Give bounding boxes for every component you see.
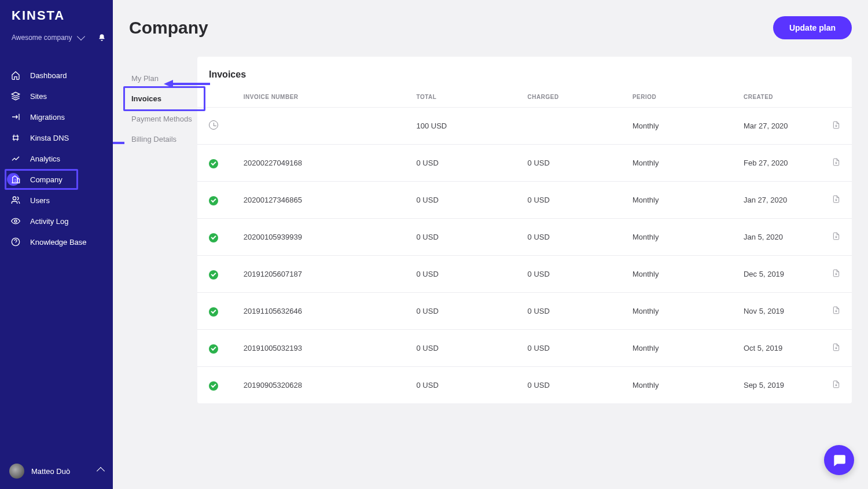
cell-status [197,293,232,330]
cell-invoice-number: 20200127346865 [232,182,405,219]
subnav-invoices[interactable]: Invoices [129,89,197,109]
cell-invoice-number: 20190905320628 [232,367,405,404]
update-plan-button[interactable]: Update plan [773,16,852,39]
cell-invoice-number [232,108,405,145]
sidebar: KINSTA Awesome company Dashboard Sites M… [0,0,113,489]
sidebar-item-dashboard[interactable]: Dashboard [0,65,113,86]
download-icon[interactable] [832,123,840,131]
cell-created: Feb 27, 2020 [732,145,818,182]
svg-point-0 [14,220,17,222]
user-name: Matteo Duò [31,467,70,476]
cell-status [197,145,232,182]
sidebar-item-label: Users [30,196,50,205]
cell-download [818,256,852,293]
cell-charged: 0 USD [516,330,621,367]
cell-status [197,367,232,404]
sidebar-item-knowledge-base[interactable]: Knowledge Base [0,231,113,252]
table-row[interactable]: 202001059399390 USD0 USDMonthlyJan 5, 20… [197,219,852,256]
check-icon [209,381,218,391]
cell-total: 0 USD [405,219,516,256]
table-row[interactable]: 201910050321930 USD0 USDMonthlyOct 5, 20… [197,330,852,367]
cell-download [818,182,852,219]
download-icon[interactable] [832,234,840,242]
table-row[interactable]: 100 USDMonthlyMar 27, 2020 [197,108,852,145]
table-row[interactable]: 201912056071870 USD0 USDMonthlyDec 5, 20… [197,256,852,293]
cell-invoice-number: 20191105632646 [232,293,405,330]
cell-charged: 0 USD [516,182,621,219]
download-icon[interactable] [832,308,840,317]
cell-period: Monthly [621,293,732,330]
check-icon [209,159,218,168]
cell-status [197,108,232,145]
cell-created: Jan 27, 2020 [732,182,818,219]
cell-charged: 0 USD [516,367,621,404]
cell-download [818,108,852,145]
company-selector[interactable]: Awesome company [0,34,113,50]
chart-icon [10,153,21,164]
cell-created: Jan 5, 2020 [732,219,818,256]
clock-icon [209,120,218,130]
sidebar-item-label: Activity Log [30,217,68,226]
sidebar-item-activity-log[interactable]: Activity Log [0,211,113,231]
col-invoice-number: INVOICE NUMBER [232,87,405,108]
download-icon[interactable] [832,271,840,280]
sidebar-item-label: Sites [30,92,47,101]
bell-icon[interactable] [98,34,106,42]
cell-total: 0 USD [405,293,516,330]
download-icon[interactable] [832,197,840,205]
chevron-down-icon [76,32,84,41]
cell-created: Dec 5, 2019 [732,256,818,293]
cell-download [818,293,852,330]
subnav-billing-details[interactable]: Billing Details [129,129,197,149]
cell-download [818,330,852,367]
cell-invoice-number: 20191205607187 [232,256,405,293]
sidebar-item-dns[interactable]: Kinsta DNS [0,127,113,148]
sidebar-item-label: Migrations [30,113,65,122]
cell-period: Monthly [621,145,732,182]
sidebar-item-analytics[interactable]: Analytics [0,148,113,169]
table-row[interactable]: 201909053206280 USD0 USDMonthlySep 5, 20… [197,367,852,404]
cell-total: 0 USD [405,182,516,219]
sidebar-item-label: Dashboard [30,71,67,80]
chat-launcher[interactable] [824,445,854,475]
sidebar-item-migrations[interactable]: Migrations [0,106,113,127]
cell-period: Monthly [621,182,732,219]
col-download [818,87,852,108]
sidebar-item-company[interactable]: Company [0,169,113,190]
subnav-payment-methods[interactable]: Payment Methods [129,109,197,129]
migrate-icon [10,112,21,122]
cell-download [818,219,852,256]
cell-status [197,219,232,256]
cell-period: Monthly [621,367,732,404]
cell-status [197,256,232,293]
cell-period: Monthly [621,256,732,293]
users-icon [10,195,21,205]
cell-total: 0 USD [405,145,516,182]
table-row[interactable]: 201911056326460 USD0 USDMonthlyNov 5, 20… [197,293,852,330]
download-icon[interactable] [832,160,840,168]
table-row[interactable]: 202002270491680 USD0 USDMonthlyFeb 27, 2… [197,145,852,182]
chat-icon [832,453,847,468]
cell-status [197,182,232,219]
cell-total: 0 USD [405,330,516,367]
cell-charged [516,108,621,145]
cell-status [197,330,232,367]
sidebar-item-users[interactable]: Users [0,190,113,211]
col-total: TOTAL [405,87,516,108]
cell-total: 0 USD [405,367,516,404]
cell-charged: 0 USD [516,145,621,182]
sidebar-item-sites[interactable]: Sites [0,86,113,106]
cell-created: Mar 27, 2020 [732,108,818,145]
subnav-item-label: Invoices [131,94,161,103]
table-row[interactable]: 202001273468650 USD0 USDMonthlyJan 27, 2… [197,182,852,219]
subnav-my-plan[interactable]: My Plan [129,68,197,89]
cell-period: Monthly [621,108,732,145]
download-icon[interactable] [832,345,840,354]
sidebar-footer[interactable]: Matteo Duò [0,453,113,489]
download-icon[interactable] [832,382,840,391]
cell-created: Nov 5, 2019 [732,293,818,330]
cell-created: Sep 5, 2019 [732,367,818,404]
sidebar-item-label: Knowledge Base [30,238,87,247]
chevron-up-icon [97,467,105,475]
check-icon [209,196,218,205]
